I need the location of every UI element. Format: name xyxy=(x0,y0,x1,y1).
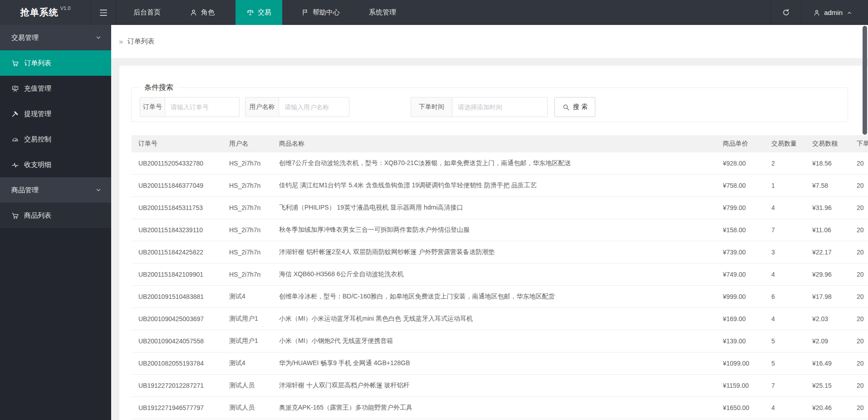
table-cell: 7 xyxy=(765,219,805,241)
table-cell: 秋冬季加绒加厚冲锋衣男女三合一可拆卸两件套防水户外情侣登山服 xyxy=(272,219,716,241)
table-cell: ¥739.00 xyxy=(716,241,765,264)
table-row: UB2001090425003697测试用户1小米（MI）小米运动蓝牙耳机min… xyxy=(132,308,868,330)
nav-item[interactable]: 后台首页 xyxy=(123,0,172,25)
table-cell: UB2001151845311753 xyxy=(132,197,222,219)
refresh-icon xyxy=(782,8,790,17)
nav-item-label: 后台首页 xyxy=(133,8,161,17)
nav-item[interactable]: 交易 xyxy=(235,0,282,25)
search-button[interactable]: 搜 索 xyxy=(554,97,595,117)
table-cell: 20 xyxy=(850,241,868,264)
table-cell: UB2001151843239110 xyxy=(132,219,222,241)
sidebar-group-header[interactable]: 交易管理 xyxy=(0,25,111,50)
table-cell: ¥17.98 xyxy=(805,286,850,308)
search-input[interactable] xyxy=(279,98,349,117)
sidebar-item-label: 交易控制 xyxy=(24,135,51,144)
vertical-scrollbar-thumb[interactable] xyxy=(863,26,867,135)
table-cell: 20 xyxy=(850,352,868,375)
sidebar-item[interactable]: 收支明细 xyxy=(0,152,111,177)
user-menu[interactable]: admin xyxy=(801,0,868,25)
table-cell: ¥11.06 xyxy=(805,219,850,241)
table-cell: UB2001090424057558 xyxy=(132,330,222,352)
column-header: 交易数额 xyxy=(805,135,850,152)
column-header: 下单时间 xyxy=(850,135,868,152)
cart-icon xyxy=(11,212,19,220)
nav-item-label: 交易 xyxy=(258,8,271,17)
nav-item[interactable]: 帮助中心 xyxy=(290,0,351,25)
table-cell: 20 xyxy=(850,397,868,419)
table-header-row: 订单号用户名商品名称商品单价交易数量交易数额下单时间 xyxy=(132,135,868,152)
search-icon xyxy=(562,103,570,111)
column-header: 商品名称 xyxy=(272,135,716,152)
breadcrumb: » 订单列表 xyxy=(111,25,868,58)
table-cell: 20 xyxy=(850,330,868,352)
table-cell: 20 xyxy=(850,197,868,219)
table-cell: 洋湖轩榭 铝杆帐篷2至4人 双层防雨防蚊网纱帐篷 户外野营露营装备送防潮垫 xyxy=(272,241,716,264)
table-row: UB2001082055193784测试4华为/HUAWEI 畅享9 手机 全网… xyxy=(132,352,868,375)
table-cell: 测试人员 xyxy=(222,375,272,397)
nav-item[interactable]: 系统管理 xyxy=(358,0,407,25)
table-cell: UB2001151842425822 xyxy=(132,241,222,264)
table-row: UB1912272012287271测试人员洋湖轩榭 十人双门双层高档户外帐篷 … xyxy=(132,375,868,397)
table-cell: ¥2.09 xyxy=(805,330,850,352)
search-field-label: 订单号 xyxy=(140,98,165,117)
table-cell: 奥派克APK-165（露营王）多功能野营户外工具 xyxy=(272,397,716,419)
table-cell: ¥29.96 xyxy=(805,264,850,286)
search-field-group: 用户名称 xyxy=(245,97,349,117)
breadcrumb-current: 订单列表 xyxy=(127,37,154,46)
sidebar: 交易管理订单列表充值管理提现管理交易控制收支明细商品管理商品列表 xyxy=(0,25,111,420)
table-cell: 20 xyxy=(850,175,868,197)
table-cell: HS_2i7h7n xyxy=(222,219,272,241)
nav-item[interactable]: 角色 xyxy=(179,0,226,25)
nav-right: admin xyxy=(770,0,868,25)
table-cell: HS_2i7h7n xyxy=(222,264,272,286)
table-row: UB1912271946577797测试人员奥派克APK-165（露营王）多功能… xyxy=(132,397,868,419)
table-cell: ¥20.46 xyxy=(805,397,850,419)
table-cell: 1 xyxy=(765,175,805,197)
table-cell: UB2001151846377049 xyxy=(132,175,222,197)
table-cell: ¥928.00 xyxy=(716,152,765,175)
table-cell: 海信 XQB60-H3568 6公斤全自动波轮洗衣机 xyxy=(272,264,716,286)
table-cell: 20 xyxy=(850,286,868,308)
table-cell: 4 xyxy=(765,264,805,286)
search-input[interactable] xyxy=(452,98,547,117)
table-cell: 飞利浦（PHILIPS） 19英寸液晶电视机 显示器两用 hdmi高清接口 xyxy=(272,197,716,219)
table-cell: 测试用户1 xyxy=(222,330,272,352)
search-row: 订单号用户名称下单时间搜 索 xyxy=(140,97,848,117)
refresh-button[interactable] xyxy=(770,0,801,25)
table-cell: 小米（MI）小米运动蓝牙耳机mini 黑色白色 无线蓝牙入耳式运动耳机 xyxy=(272,308,716,330)
sidebar-item[interactable]: 订单列表 xyxy=(0,50,111,76)
search-input[interactable] xyxy=(165,98,239,117)
sidebar-fold-button[interactable] xyxy=(91,0,116,25)
table-cell: ¥18.56 xyxy=(805,152,850,175)
sidebar-item-label: 收支明细 xyxy=(24,161,51,169)
table-cell: 小米（MI）小钢炮2代 无线蓝牙便携音箱 xyxy=(272,330,716,352)
content-card: 条件搜索 订单号用户名称下单时间搜 索 订单号用户名商品名称商品单价交易数量交易… xyxy=(119,66,868,420)
search-panel-title: 条件搜索 xyxy=(140,83,178,93)
table-cell: 测试4 xyxy=(222,286,272,308)
sidebar-item[interactable]: 交易控制 xyxy=(0,127,111,152)
orders-table: 订单号用户名商品名称商品单价交易数量交易数额下单时间 UB20011520543… xyxy=(132,135,868,419)
search-field-label: 用户名称 xyxy=(245,98,279,117)
search-panel: 条件搜索 订单号用户名称下单时间搜 索 xyxy=(131,83,848,122)
caret-down-icon xyxy=(95,186,102,194)
search-button-label: 搜 索 xyxy=(573,103,588,111)
sidebar-item-label: 充值管理 xyxy=(24,84,51,93)
table-cell: ¥169.00 xyxy=(716,308,765,330)
table-row: UB2001151842109901HS_2i7h7n海信 XQB60-H356… xyxy=(132,264,868,286)
table-cell: 20 xyxy=(850,264,868,286)
sidebar-item[interactable]: 提现管理 xyxy=(0,101,111,127)
table-cell: 测试用户1 xyxy=(222,308,272,330)
table-cell: ¥1159.00 xyxy=(716,375,765,397)
table-row: UB2001151843239110HS_2i7h7n秋冬季加绒加厚冲锋衣男女三… xyxy=(132,219,868,241)
sidebar-item-label: 商品列表 xyxy=(24,211,51,220)
balance-icon xyxy=(246,9,254,16)
sidebar-item[interactable]: 充值管理 xyxy=(0,76,111,101)
column-header: 订单号 xyxy=(132,135,222,152)
sidebar-item[interactable]: 商品列表 xyxy=(0,203,111,228)
sidebar-group-header[interactable]: 商品管理 xyxy=(0,177,111,203)
table-cell: ¥139.00 xyxy=(716,330,765,352)
app-logo: 抢单系统 V1.0 xyxy=(0,0,91,25)
nav-item-label: 帮助中心 xyxy=(313,8,340,17)
table-cell: 测试人员 xyxy=(222,397,272,419)
flag-icon xyxy=(301,9,309,16)
